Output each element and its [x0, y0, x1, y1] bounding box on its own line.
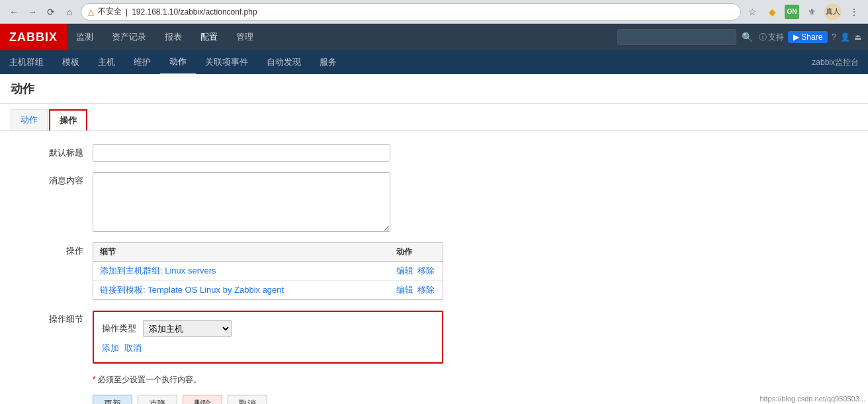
op-remove-link-1[interactable]: 移除: [417, 265, 435, 277]
message-content-label: 消息内容: [13, 172, 93, 187]
support-link[interactable]: ⓘ 支持: [759, 32, 784, 43]
support-icon: ⓘ: [759, 32, 767, 43]
power-icon[interactable]: ⏏: [854, 32, 861, 42]
page-title: 动作: [0, 74, 868, 104]
clone-button[interactable]: 克隆: [138, 395, 177, 404]
subnav-maintenance[interactable]: 维护: [124, 50, 160, 74]
op-detail-text-2: 链接到模板: Template OS Linux by Zabbix agent: [100, 285, 284, 295]
cancel-button[interactable]: 取消: [228, 395, 267, 404]
share-button[interactable]: ▶ Share: [788, 31, 828, 43]
op-type-select[interactable]: 添加主机移除主机添加到主机群组从主机群组中删除链接到模板取消模板链接启用主机禁用…: [143, 320, 232, 337]
subnav-event-correlation[interactable]: 关联项事件: [196, 50, 257, 74]
tab-operations[interactable]: 操作: [49, 109, 87, 130]
update-button[interactable]: 更新: [93, 395, 132, 404]
col-detail: 细节: [93, 243, 390, 261]
extension-green-badge[interactable]: ON: [785, 5, 799, 19]
required-star: *: [93, 375, 96, 384]
tab-action[interactable]: 动作: [11, 109, 48, 130]
menu-dots-icon[interactable]: ⋮: [847, 5, 861, 19]
form-row-message: 消息内容: [13, 172, 855, 232]
share-label: Share: [801, 32, 822, 42]
support-label: 支持: [768, 32, 784, 43]
home-button[interactable]: ⌂: [62, 5, 77, 19]
url-text: 192.168.1.10/zabbix/actionconf.php: [132, 7, 257, 17]
op-type-row: 操作类型 添加主机移除主机添加到主机群组从主机群组中删除链接到模板取消模板链接启…: [102, 320, 434, 337]
nav-item-reports[interactable]: 报表: [155, 24, 191, 50]
search-icon[interactable]: 🔍: [740, 30, 755, 44]
required-note: * 必须至少设置一个执行内容。: [13, 374, 855, 385]
user-avatar[interactable]: 真人: [824, 3, 842, 21]
col-action: 动作: [390, 243, 443, 261]
op-edit-link-1[interactable]: 编辑: [396, 265, 413, 277]
search-input[interactable]: [617, 29, 736, 45]
required-text: 必须至少设置一个执行内容。: [98, 375, 201, 384]
op-type-label: 操作类型: [102, 323, 136, 334]
page-content: 动作 动作 操作 默认标题 消息内容 操作 细节 动作: [0, 74, 868, 404]
top-right-actions: 🔍 ⓘ 支持 ▶ Share ? 👤 ⏏: [617, 29, 868, 45]
form-area: 默认标题 消息内容 操作 细节 动作 添加到主机群组: Linux server…: [0, 131, 868, 404]
bookmark-icon[interactable]: ☆: [745, 5, 760, 19]
op-cancel-link[interactable]: 取消: [124, 342, 142, 354]
op-detail-text-1: 添加到主机群组: Linux servers: [100, 266, 216, 276]
op-actions-2: 编辑 移除: [390, 281, 443, 299]
security-warning-icon: △: [88, 7, 94, 17]
browser-bar: ← → ⟳ ⌂ △ 不安全 | 192.168.1.10/zabbix/acti…: [0, 0, 868, 24]
subnav-actions[interactable]: 动作: [160, 50, 196, 74]
subnav-templates[interactable]: 模板: [53, 50, 89, 74]
op-detail-links: 添加 取消: [102, 342, 434, 354]
op-actions-1: 编辑 移除: [390, 262, 443, 280]
subnav-host-groups[interactable]: 主机群组: [0, 50, 53, 74]
table-row: 添加到主机群组: Linux servers 编辑 移除: [93, 262, 443, 281]
subnav-discovery[interactable]: 自动发现: [257, 50, 310, 74]
sub-nav: 主机群组 模板 主机 维护 动作 关联项事件 自动发现 服务 zabbix监控台: [0, 50, 868, 74]
op-detail-label: 操作细节: [13, 311, 93, 325]
user-icon[interactable]: 👤: [840, 32, 850, 42]
forward-button[interactable]: →: [25, 5, 40, 19]
op-detail-2: 链接到模板: Template OS Linux by Zabbix agent: [93, 281, 390, 299]
nav-item-assets[interactable]: 资产记录: [103, 24, 155, 50]
form-row-operations: 操作 细节 动作 添加到主机群组: Linux servers 编辑 移除: [13, 242, 855, 300]
nav-item-admin[interactable]: 管理: [227, 24, 263, 50]
message-content-textarea[interactable]: [93, 172, 390, 232]
address-bar[interactable]: △ 不安全 | 192.168.1.10/zabbix/actionconf.p…: [81, 3, 741, 21]
tabs-bar: 动作 操作: [0, 104, 868, 131]
table-row: 链接到模板: Template OS Linux by Zabbix agent…: [93, 281, 443, 299]
main-menu: 监测 资产记录 报表 配置 管理: [67, 24, 263, 50]
back-button[interactable]: ←: [7, 5, 21, 19]
action-buttons: 更新 克隆 删除 取消: [13, 392, 855, 404]
share-icon: ▶: [793, 32, 799, 42]
extension-yellow-icon[interactable]: ◆: [765, 5, 779, 19]
form-row-op-detail: 操作细节 操作类型 添加主机移除主机添加到主机群组从主机群组中删除链接到模板取消…: [13, 311, 855, 364]
reload-button[interactable]: ⟳: [44, 5, 58, 19]
subnav-right-text: zabbix监控台: [812, 57, 868, 68]
nav-item-monitor[interactable]: 监测: [67, 24, 103, 50]
puzzle-icon[interactable]: ⚜: [804, 5, 819, 19]
operations-table: 细节 动作 添加到主机群组: Linux servers 编辑 移除 链接到模板…: [93, 242, 443, 300]
nav-item-config[interactable]: 配置: [191, 24, 227, 50]
op-add-link[interactable]: 添加: [102, 342, 119, 354]
form-row-default-title: 默认标题: [13, 144, 855, 162]
op-edit-link-2[interactable]: 编辑: [396, 284, 413, 296]
top-nav: ZABBIX 监测 资产记录 报表 配置 管理 🔍 ⓘ 支持 ▶ Share ?…: [0, 24, 868, 50]
default-title-label: 默认标题: [13, 144, 93, 159]
help-link[interactable]: ?: [832, 32, 836, 42]
zabbix-logo[interactable]: ZABBIX: [0, 24, 67, 50]
bottom-url: https://blog.csdn.net/qq950503...: [757, 393, 868, 404]
default-title-input[interactable]: [93, 144, 390, 162]
operations-label: 操作: [13, 242, 93, 257]
op-remove-link-2[interactable]: 移除: [417, 284, 435, 296]
op-detail-1: 添加到主机群组: Linux servers: [93, 262, 390, 280]
delete-button[interactable]: 删除: [183, 395, 222, 404]
browser-actions: ☆ ◆ ON ⚜ 真人 ⋮: [745, 3, 861, 21]
url-security-label: 不安全: [98, 6, 122, 17]
url-separator: |: [126, 7, 128, 17]
subnav-services[interactable]: 服务: [310, 50, 346, 74]
op-detail-box: 操作类型 添加主机移除主机添加到主机群组从主机群组中删除链接到模板取消模板链接启…: [93, 311, 443, 364]
operations-table-header: 细节 动作: [93, 243, 443, 262]
subnav-hosts[interactable]: 主机: [89, 50, 124, 74]
